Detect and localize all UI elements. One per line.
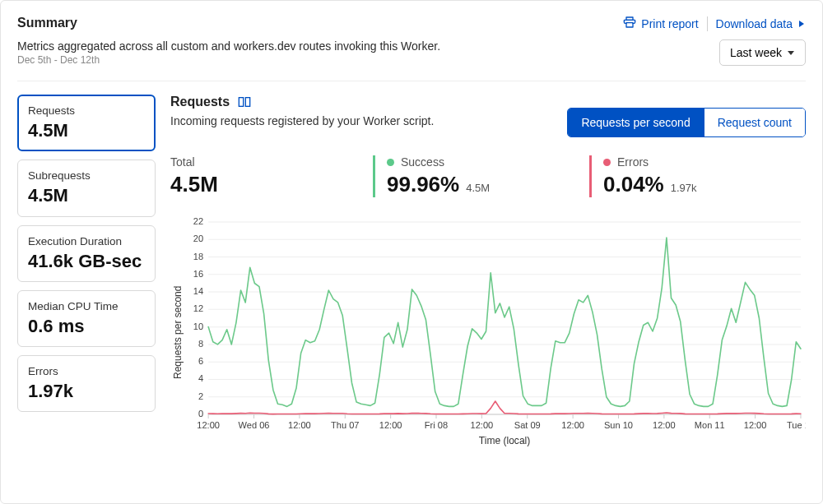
section-header: Requests Incoming requests registered by… [170, 95, 806, 137]
header-divider [17, 81, 806, 81]
kpi-errors-label: Errors [617, 155, 649, 169]
kpi-success-sub: 4.5M [466, 182, 490, 194]
sidebar-card-label: Requests [28, 104, 145, 117]
print-report-label: Print report [641, 17, 698, 30]
sidebar-card-value: 0.6 ms [28, 316, 145, 336]
time-range-label: Last week [730, 46, 782, 59]
metric-sidebar: Requests 4.5M Subrequests 4.5M Execution… [17, 95, 156, 447]
svg-text:Fri 08: Fri 08 [425, 420, 448, 430]
main-content: Requests Incoming requests registered by… [170, 95, 806, 447]
subheader-left: Metrics aggregated across all custom and… [17, 39, 440, 66]
kpi-total-label: Total [170, 155, 373, 169]
svg-text:12: 12 [193, 303, 203, 313]
svg-text:12:00: 12:00 [744, 420, 767, 430]
error-dot-icon [603, 159, 611, 166]
svg-text:10: 10 [193, 321, 203, 331]
svg-text:12:00: 12:00 [561, 420, 584, 430]
svg-text:Time (local): Time (local) [479, 435, 530, 446]
svg-text:2: 2 [198, 391, 203, 401]
svg-text:12:00: 12:00 [288, 420, 311, 430]
kpi-success-label: Success [401, 155, 444, 169]
svg-text:12:00: 12:00 [471, 420, 494, 430]
svg-text:12:00: 12:00 [197, 420, 220, 430]
svg-text:0: 0 [198, 409, 203, 418]
sidebar-card-subrequests[interactable]: Subrequests 4.5M [17, 160, 156, 216]
subheader-row: Metrics aggregated across all custom and… [17, 39, 806, 66]
requests-chart: 024681012141618202212:00Wed 0612:00Thu 0… [185, 217, 806, 447]
kpi-errors: Errors 0.04% 1.97k [589, 155, 806, 197]
kpi-success-value: 99.96% [387, 172, 459, 197]
svg-text:4: 4 [198, 373, 203, 383]
sidebar-card-label: Errors [28, 365, 145, 377]
toggle-request-count[interactable]: Request count [704, 109, 805, 136]
section-title: Requests [170, 95, 230, 109]
svg-text:22: 22 [193, 217, 203, 226]
action-divider [707, 16, 708, 31]
svg-text:Tue 12: Tue 12 [787, 420, 806, 430]
success-dot-icon [387, 159, 394, 166]
svg-text:16: 16 [193, 269, 203, 279]
caret-right-icon [797, 17, 806, 30]
kpi-success: Success 99.96% 4.5M [373, 155, 589, 197]
layout-toggle-icon[interactable] [238, 96, 251, 108]
svg-text:20: 20 [193, 234, 203, 243]
sidebar-card-label: Median CPU Time [28, 300, 145, 312]
svg-text:18: 18 [193, 252, 203, 261]
svg-text:12:00: 12:00 [653, 420, 676, 430]
section-title-row: Requests [170, 95, 434, 109]
chart-y-axis-label: Requests per second [170, 217, 185, 447]
sidebar-card-value: 4.5M [28, 185, 145, 206]
sidebar-card-label: Subrequests [28, 169, 145, 182]
sidebar-card-median-cpu-time[interactable]: Median CPU Time 0.6 ms [17, 290, 156, 347]
summary-description: Metrics aggregated across all custom and… [17, 39, 440, 53]
download-data-link[interactable]: Download data [716, 17, 806, 30]
svg-text:Wed 06: Wed 06 [239, 420, 270, 430]
toggle-requests-per-second[interactable]: Requests per second [568, 109, 703, 136]
sidebar-card-execution-duration[interactable]: Execution Duration 41.6k GB-sec [17, 225, 156, 282]
page-title: Summary [17, 16, 77, 30]
kpi-total: Total 4.5M [170, 155, 373, 197]
sidebar-card-requests[interactable]: Requests 4.5M [17, 95, 156, 151]
kpi-row: Total 4.5M Success 99.96% 4.5M [170, 155, 806, 197]
svg-text:Sat 09: Sat 09 [514, 420, 541, 430]
summary-panel: Summary Print report Download data Metri… [0, 0, 823, 504]
section-description: Incoming requests registered by your Wor… [170, 114, 434, 127]
svg-text:12:00: 12:00 [379, 420, 402, 430]
svg-text:Thu 07: Thu 07 [331, 420, 359, 430]
view-toggle: Requests per second Request count [567, 108, 806, 137]
sidebar-card-value: 41.6k GB-sec [28, 251, 145, 271]
caret-down-icon [787, 46, 795, 59]
print-report-link[interactable]: Print report [623, 16, 698, 31]
svg-text:Mon 11: Mon 11 [695, 420, 725, 430]
sidebar-card-label: Execution Duration [28, 235, 145, 247]
sidebar-card-value: 4.5M [28, 120, 145, 141]
time-range-selector[interactable]: Last week [719, 39, 806, 66]
kpi-errors-sub: 1.97k [671, 182, 697, 194]
body: Requests 4.5M Subrequests 4.5M Execution… [17, 95, 806, 447]
summary-date-range: Dec 5th - Dec 12th [17, 54, 440, 66]
svg-rect-1 [626, 23, 633, 27]
svg-text:14: 14 [193, 286, 203, 296]
kpi-errors-value: 0.04% [603, 172, 664, 197]
svg-rect-3 [245, 98, 249, 107]
svg-text:Sun 10: Sun 10 [604, 420, 633, 430]
printer-icon [623, 16, 636, 31]
sidebar-card-value: 1.97k [28, 381, 145, 401]
svg-rect-2 [239, 98, 243, 107]
header-actions: Print report Download data [623, 16, 806, 31]
sidebar-card-errors[interactable]: Errors 1.97k [17, 355, 156, 412]
download-data-label: Download data [716, 17, 793, 30]
svg-text:8: 8 [198, 339, 203, 349]
chart-container: Requests per second 02468101214161820221… [170, 217, 806, 447]
header-row: Summary Print report Download data [17, 16, 806, 31]
kpi-total-value: 4.5M [170, 172, 218, 197]
svg-text:6: 6 [198, 356, 203, 366]
